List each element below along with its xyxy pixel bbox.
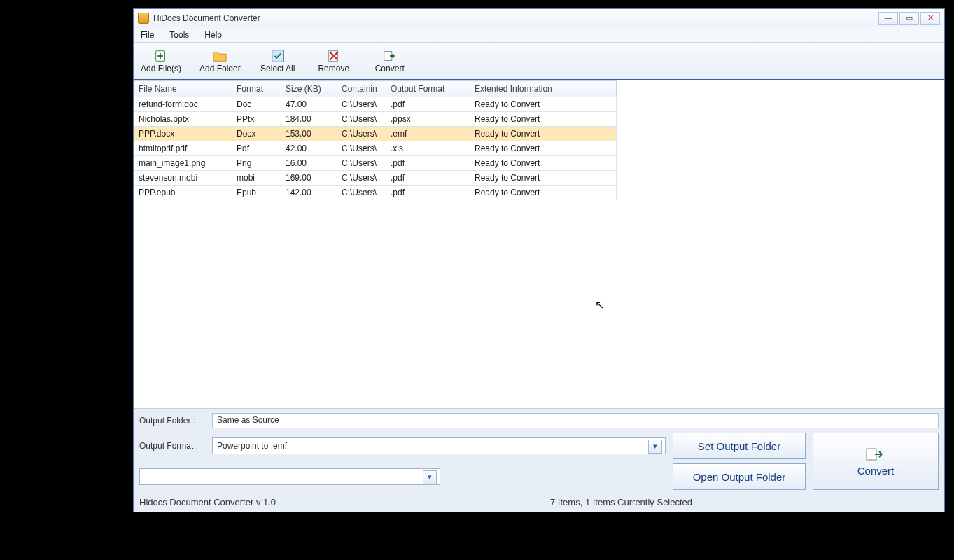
table-row[interactable]: main_image1.pngPng16.00C:\Users\.pdfRead… xyxy=(134,156,617,171)
table-row[interactable]: refund-form.docDoc47.00C:\Users\.pdfRead… xyxy=(134,97,617,112)
open-output-folder-button[interactable]: Open Output Folder xyxy=(673,463,806,490)
convert-button[interactable]: Convert xyxy=(813,433,939,490)
col-file-name[interactable]: File Name xyxy=(134,81,232,97)
output-format-combo[interactable]: Powerpoint to .emf xyxy=(212,438,666,454)
add-files-icon xyxy=(152,48,170,64)
close-button[interactable]: ✕ xyxy=(920,12,940,24)
minimize-button[interactable]: — xyxy=(878,12,898,24)
app-icon xyxy=(138,13,149,24)
set-output-folder-button[interactable]: Set Output Folder xyxy=(673,433,806,459)
convert-big-icon xyxy=(865,447,886,462)
col-extended[interactable]: Extented Information xyxy=(470,81,617,97)
output-folder-label: Output Folder : xyxy=(139,416,206,426)
toolbar: Add File(s) Add Folder Select All Remove… xyxy=(134,43,944,80)
status-counts: 7 Items, 1 Items Currently Selected xyxy=(304,497,939,507)
table-row[interactable]: PPP.epubEpub142.00C:\Users\.pdfReady to … xyxy=(134,186,617,200)
add-folder-icon xyxy=(211,48,229,64)
remove-button[interactable]: Remove xyxy=(312,47,356,75)
add-folder-button[interactable]: Add Folder xyxy=(197,47,244,75)
menubar: File Tools Help xyxy=(134,27,944,43)
titlebar: HiDocs Document Converter — ▭ ✕ xyxy=(134,9,944,27)
convert-toolbutton[interactable]: Convert xyxy=(368,47,412,75)
output-format-label: Output Format : xyxy=(139,441,206,451)
maximize-button[interactable]: ▭ xyxy=(899,12,919,24)
table-row[interactable]: Nicholas.pptxPPtx184.00C:\Users\.ppsxRea… xyxy=(134,112,617,127)
window-title: HiDocs Document Converter xyxy=(153,13,260,23)
add-files-button[interactable]: Add File(s) xyxy=(138,47,184,75)
secondary-combo[interactable] xyxy=(139,468,440,485)
col-containing[interactable]: Containin xyxy=(337,81,386,97)
remove-icon xyxy=(325,48,343,64)
select-all-icon xyxy=(269,48,287,64)
table-row[interactable]: stevenson.mobimobi169.00C:\Users\.pdfRea… xyxy=(134,171,617,186)
version-label: Hidocs Document Converter v 1.0 xyxy=(139,497,276,507)
convert-icon xyxy=(381,48,399,64)
svg-rect-4 xyxy=(867,449,876,460)
menu-help[interactable]: Help xyxy=(202,29,225,41)
app-window: HiDocs Document Converter — ▭ ✕ File Too… xyxy=(133,8,945,512)
table-row[interactable]: htmltopdf.pdfPdf42.00C:\Users\.xlsReady … xyxy=(134,141,617,156)
table-row[interactable]: PPP.docxDocx153.00C:\Users\.emfReady to … xyxy=(134,127,617,141)
col-size[interactable]: Size (KB) xyxy=(281,81,337,97)
col-output-format[interactable]: Output Format xyxy=(386,81,470,97)
file-grid[interactable]: File Name Format Size (KB) Containin Out… xyxy=(134,80,944,408)
bottom-panel: Output Folder : Same as Source Output Fo… xyxy=(134,408,944,512)
menu-file[interactable]: File xyxy=(138,29,157,41)
col-format[interactable]: Format xyxy=(232,81,281,97)
output-folder-input[interactable]: Same as Source xyxy=(212,413,939,428)
select-all-button[interactable]: Select All xyxy=(256,47,300,75)
menu-tools[interactable]: Tools xyxy=(167,29,192,41)
